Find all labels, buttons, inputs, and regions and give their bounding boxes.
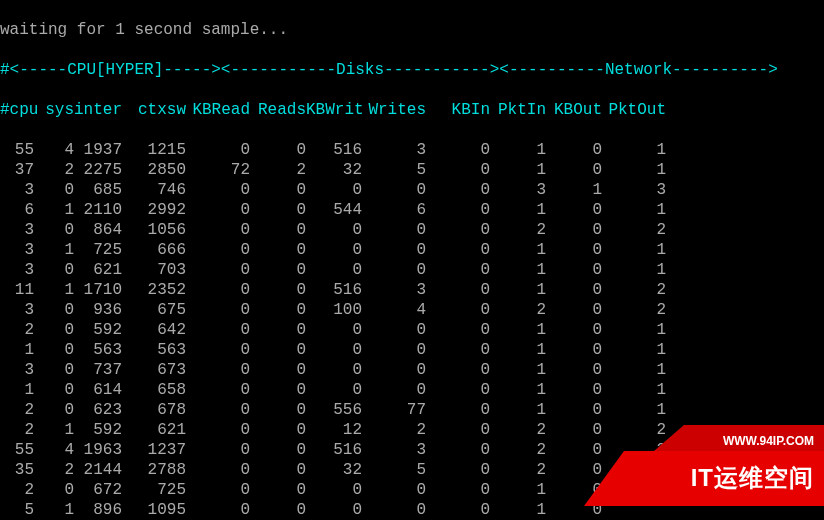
cell: 1	[34, 280, 74, 300]
table-row: 1061465800000101	[0, 380, 824, 400]
cell: 666	[122, 240, 186, 260]
cell: 0	[362, 340, 426, 360]
cell: 0	[546, 200, 602, 220]
cell: 0	[34, 360, 74, 380]
cell: 2	[490, 460, 546, 480]
cell: 1	[490, 280, 546, 300]
cell: 55	[0, 440, 34, 460]
cell: 1	[602, 140, 666, 160]
cell: 703	[122, 260, 186, 280]
cell: 0	[426, 220, 490, 240]
cell: 0	[186, 200, 250, 220]
cell: 516	[306, 140, 362, 160]
cell: 1	[34, 240, 74, 260]
cell: 72	[186, 160, 250, 180]
cell: 5	[362, 160, 426, 180]
cell: 1	[34, 500, 74, 520]
cell: 0	[426, 480, 490, 500]
cell: 3	[0, 180, 34, 200]
cell: 3	[0, 300, 34, 320]
cell: 864	[74, 220, 122, 240]
cell: 725	[74, 240, 122, 260]
cell: 0	[186, 140, 250, 160]
cell: 3	[362, 440, 426, 460]
cell: 1963	[74, 440, 122, 460]
cell: 516	[306, 440, 362, 460]
cell: 0	[250, 340, 306, 360]
cell: 0	[34, 220, 74, 240]
cell: 544	[306, 200, 362, 220]
cell: 0	[546, 320, 602, 340]
col-kbread: KBRead	[186, 100, 250, 120]
cell: 3	[362, 140, 426, 160]
col-pktout: PktOut	[602, 100, 666, 120]
cell: 0	[362, 380, 426, 400]
cell: 0	[426, 140, 490, 160]
cell: 1	[490, 260, 546, 280]
cell: 0	[186, 280, 250, 300]
cell: 3	[602, 180, 666, 200]
col-writes: Writes	[362, 100, 426, 120]
cell: 2	[602, 280, 666, 300]
cell: 1	[490, 240, 546, 260]
cell: 0	[186, 360, 250, 380]
cell: 0	[186, 260, 250, 280]
cell: 592	[74, 420, 122, 440]
col-kbin: KBIn	[426, 100, 490, 120]
cell: 0	[306, 480, 362, 500]
cell: 737	[74, 360, 122, 380]
cell: 592	[74, 320, 122, 340]
cell: 2352	[122, 280, 186, 300]
cell: 0	[306, 180, 362, 200]
col-pktin: PktIn	[490, 100, 546, 120]
cell: 672	[74, 480, 122, 500]
cell: 2	[362, 420, 426, 440]
cell: 2	[490, 220, 546, 240]
cell: 0	[362, 480, 426, 500]
table-row: 554193712150051630101	[0, 140, 824, 160]
cell: 32	[306, 160, 362, 180]
cell: 0	[250, 140, 306, 160]
cell: 0	[250, 180, 306, 200]
cell: 1	[490, 340, 546, 360]
cell: 0	[250, 460, 306, 480]
cell: 0	[306, 380, 362, 400]
table-row: 61211029920054460101	[0, 200, 824, 220]
cell: 0	[426, 260, 490, 280]
cell: 0	[250, 300, 306, 320]
cell: 0	[362, 220, 426, 240]
cell: 0	[426, 200, 490, 220]
cell: 0	[426, 440, 490, 460]
col-reads: Reads	[250, 100, 306, 120]
cell: 621	[74, 260, 122, 280]
cell: 0	[546, 360, 602, 380]
cell: 1	[602, 240, 666, 260]
cell: 1215	[122, 140, 186, 160]
cell: 0	[186, 460, 250, 480]
cell: 0	[250, 200, 306, 220]
col-sys: sys	[34, 100, 74, 120]
section-divider-top: #<-----CPU[HYPER]-----><-----------Disks…	[0, 60, 824, 80]
cell: 621	[122, 420, 186, 440]
cell: 2110	[74, 200, 122, 220]
column-headers: #cpusysinterctxswKBReadReadsKBWritWrites…	[0, 100, 824, 120]
cell: 1	[602, 260, 666, 280]
cell: 0	[546, 160, 602, 180]
cell: 1710	[74, 280, 122, 300]
cell: 563	[74, 340, 122, 360]
cell: 0	[426, 420, 490, 440]
table-row: 3068574600000313	[0, 180, 824, 200]
cell: 642	[122, 320, 186, 340]
cell: 0	[306, 500, 362, 520]
cell: 563	[122, 340, 186, 360]
cell: 55	[0, 140, 34, 160]
cell: 1	[602, 380, 666, 400]
cell: 2	[0, 320, 34, 340]
cell: 1	[490, 320, 546, 340]
cell: 0	[362, 500, 426, 520]
cell: 1	[34, 200, 74, 220]
cell: 0	[186, 180, 250, 200]
cell: 6	[0, 200, 34, 220]
cell: 2788	[122, 460, 186, 480]
cell: 1	[490, 500, 546, 520]
